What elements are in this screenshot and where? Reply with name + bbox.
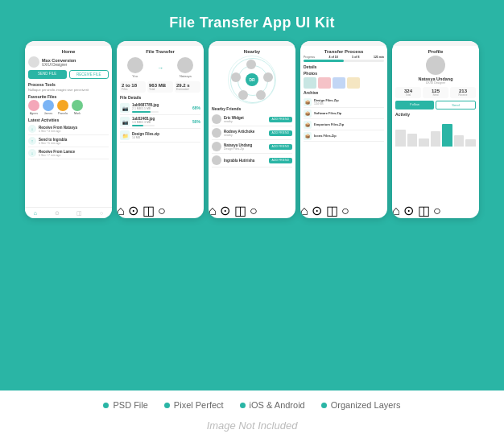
file-details-title: File Details <box>120 95 200 100</box>
nav-files-icon[interactable]: ◫ <box>326 204 338 217</box>
radar-person <box>263 72 273 82</box>
transfer-arrow: → <box>157 64 163 72</box>
stat-total: 963 MB Total <box>147 81 173 93</box>
nearby-friends-title: Nearby Friends <box>212 106 292 111</box>
phone-nearby: Nearby DR Nearby Friends Eric Widget nea… <box>209 41 295 218</box>
phone-file-transfer: File Transfer You → Natasya 2 to 18 File… <box>117 41 204 218</box>
stat-receive: 213 Receive <box>450 87 476 98</box>
nearby-info: Natasya Undang Design Files.Zip <box>224 143 252 151</box>
transfer-process-screen: Transfer Process Progress 4 of 18 5 of 8… <box>300 46 387 203</box>
nearby-info: Rodney Artichoke nearby <box>224 130 254 137</box>
activity-item: ↓ Receive From Natasya 1 Sec • 3 min ago <box>28 123 109 135</box>
archive-info: Emporium Files.Zip <box>314 122 344 126</box>
progress-bar <box>132 111 159 113</box>
favourites-row: Agnes James Pamela Mark <box>28 100 109 115</box>
add-friend-button[interactable]: ADD FRIEND <box>269 144 292 150</box>
navigation-bar: ⌂ ⊙ ◫ ○ <box>25 207 112 218</box>
file-transfer-screen: File Transfer You → Natasya 2 to 18 File… <box>117 46 204 203</box>
fav-item: James <box>43 100 54 115</box>
nav-files-icon[interactable]: ◫ <box>234 204 246 217</box>
user-name: Max Conversion <box>42 58 76 63</box>
photos-row <box>304 77 384 89</box>
receive-file-button[interactable]: RECEIVE FILE <box>69 70 109 79</box>
nearby-item: Natasya Undang Design Files.Zip ADD FRIE… <box>212 140 292 154</box>
stats-row: 2 to 18 Files 963 MB Total 29.2 s Estima… <box>120 81 200 93</box>
photos-title: Photos <box>304 71 384 76</box>
photo-thumb <box>318 77 331 89</box>
add-friend-button[interactable]: ADD FRIEND <box>269 130 292 136</box>
file-percent: 68% <box>192 105 200 110</box>
fav-avatar <box>43 100 54 111</box>
progress-fill <box>132 111 151 113</box>
progress-bar-fill <box>304 60 344 62</box>
features-row: PSD FilePixel PerfectiOS & AndroidOrgani… <box>103 400 400 410</box>
sender-side: You <box>127 57 143 78</box>
chart-bar <box>465 139 476 147</box>
nav-profile-icon[interactable]: ○ <box>341 204 349 217</box>
nav-search-icon[interactable]: ⊙ <box>128 204 138 217</box>
nav-home-icon[interactable]: ⌂ <box>117 204 125 217</box>
archive-icon: 📦 <box>304 98 312 106</box>
fav-item: Mark <box>72 100 83 115</box>
nav-search-icon[interactable]: ⊙ <box>312 204 322 217</box>
add-friend-button[interactable]: ADD FRIEND <box>269 117 292 122</box>
nav-profile-icon[interactable]: ○ <box>250 204 258 217</box>
follow-button[interactable]: Follow <box>395 101 434 110</box>
nearby-avatar <box>212 155 221 165</box>
sender-avatar <box>127 57 143 73</box>
latest-title: Latest Activities <box>28 118 109 122</box>
file-transfer-title: File Transfer <box>120 49 200 54</box>
file-icon: 📷 <box>120 103 130 113</box>
activity-title: Activity <box>395 112 476 117</box>
avatar <box>28 56 39 68</box>
receiver-name: Natasya <box>177 74 193 78</box>
chart-bar <box>419 138 429 147</box>
transfer-process-title: Transfer Process <box>304 49 384 54</box>
send-file-button[interactable]: SEND FILE <box>28 70 67 79</box>
profile-role: UX/UI Designer <box>395 81 476 85</box>
nav-home-icon[interactable]: ⌂ <box>392 204 400 217</box>
fav-avatar <box>28 100 39 111</box>
nav-search-icon[interactable]: ⊙ <box>220 204 230 217</box>
profile-title: Profile <box>395 49 476 54</box>
nav-home-icon[interactable]: ⌂ <box>209 204 217 217</box>
feature-item: Organized Layers <box>321 400 401 410</box>
add-friend-button[interactable]: ADD FRIEND <box>269 158 292 163</box>
activity-icon: ↓ <box>28 125 36 133</box>
nav-profile-icon[interactable]: ○ <box>158 204 166 217</box>
nearby-avatar <box>212 142 221 151</box>
nav-home-icon[interactable]: ⌂ <box>34 210 37 217</box>
nav-files-icon[interactable]: ◫ <box>76 210 82 217</box>
radar-visual: DR <box>228 56 276 104</box>
progress-row: Progress 4 of 18 5 of 8 125 min <box>304 56 384 59</box>
file-icon: 📷 <box>120 117 130 126</box>
archive-info: Design Files.Zip 134 KB <box>314 98 339 105</box>
nav-files-icon[interactable]: ◫ <box>143 204 155 217</box>
radar-person <box>256 90 266 100</box>
chart-bar <box>395 130 406 147</box>
nav-profile-icon[interactable]: ○ <box>100 210 103 217</box>
process-tools-sub: Nullaque persimilis imagini sive perceiv… <box>28 88 109 92</box>
file-info: Design Files.zip 14 MB <box>132 132 159 139</box>
nav-files-icon[interactable]: ◫ <box>418 204 430 217</box>
nav-search-icon[interactable]: ⊙ <box>403 204 414 217</box>
send-button[interactable]: Send <box>436 101 476 110</box>
feature-dot <box>321 403 327 408</box>
archive-item: 📦 Design Files.Zip 134 KB <box>304 97 384 108</box>
photo-thumb <box>333 77 345 89</box>
nav-profile-icon[interactable]: ○ <box>433 204 441 217</box>
activity-icon: ↓ <box>28 149 36 157</box>
fav-item: Pamela <box>57 100 68 115</box>
file-info: 1ab52465.jpg 1.6 MB/2.3 MB <box>132 117 155 126</box>
phones-container: Home Max Conversion UX/UI Designer SEND … <box>17 41 487 390</box>
navigation-bar: ⌂ ⊙ ◫ ○ <box>209 203 295 218</box>
feature-label: iOS & Android <box>250 400 305 410</box>
home-screen: Home Max Conversion UX/UI Designer SEND … <box>25 46 112 218</box>
nav-home-icon[interactable]: ⌂ <box>300 204 308 217</box>
file-item: 📁 Design Files.zip 14 MB <box>120 129 200 143</box>
progress-bar-wrap <box>304 60 384 62</box>
nav-search-icon[interactable]: ⊙ <box>55 210 60 217</box>
feature-label: Pixel Perfect <box>174 400 224 410</box>
nearby-info: Ingrabla Hutirisha <box>224 159 254 163</box>
user-role: UX/UI Designer <box>42 63 76 67</box>
